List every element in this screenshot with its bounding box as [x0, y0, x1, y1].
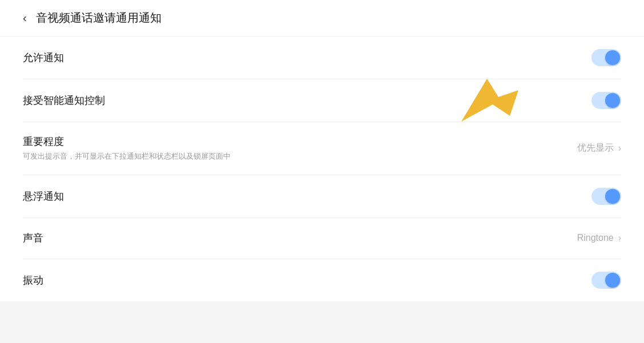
settings-content: 允许通知接受智能通知控制重要程度可发出提示音，并可显示在下拉通知栏和状态栏以及锁… [0, 37, 644, 301]
setting-label-vibration: 振动 [23, 273, 43, 287]
setting-row-importance[interactable]: 重要程度可发出提示音，并可显示在下拉通知栏和状态栏以及锁屏页面中优先显示› [23, 122, 621, 175]
chevron-icon-sound: › [618, 233, 621, 243]
setting-value-importance: 优先显示 [577, 142, 614, 154]
toggle-track-floating-notification [591, 188, 621, 205]
toggle-track-allow-notification [591, 49, 621, 66]
setting-label-importance: 重要程度 [23, 135, 231, 148]
setting-row-allow-notification[interactable]: 允许通知 [23, 37, 621, 79]
setting-label-sound: 声音 [23, 231, 43, 245]
chevron-icon-importance: › [618, 143, 621, 154]
setting-row-vibration[interactable]: 振动 [23, 259, 621, 301]
toggle-thumb-vibration [605, 273, 620, 288]
page-title: 音视频通话邀请通用通知 [36, 10, 162, 26]
setting-label-allow-notification: 允许通知 [23, 51, 64, 64]
toggle-track-vibration [591, 272, 621, 289]
toggle-thumb-smart-notification [605, 93, 620, 108]
setting-label-floating-notification: 悬浮通知 [23, 189, 64, 203]
toggle-smart-notification[interactable] [591, 92, 621, 109]
toggle-thumb-allow-notification [605, 50, 620, 65]
toggle-allow-notification[interactable] [591, 49, 621, 66]
setting-label-smart-notification: 接受智能通知控制 [23, 94, 105, 107]
toggle-thumb-floating-notification [605, 189, 620, 204]
toggle-track-smart-notification [591, 92, 621, 109]
settings-page: ‹ 音视频通话邀请通用通知 允许通知接受智能通知控制重要程度可发出提示音，并可显… [0, 0, 644, 343]
setting-sublabel-importance: 可发出提示音，并可显示在下拉通知栏和状态栏以及锁屏页面中 [23, 151, 231, 162]
toggle-vibration[interactable] [591, 272, 621, 289]
toggle-floating-notification[interactable] [591, 188, 621, 205]
setting-row-sound[interactable]: 声音Ringtone› [23, 218, 621, 259]
header: ‹ 音视频通话邀请通用通知 [0, 0, 644, 37]
setting-value-sound: Ringtone [577, 233, 614, 243]
setting-row-smart-notification[interactable]: 接受智能通知控制 [23, 79, 621, 122]
setting-row-floating-notification[interactable]: 悬浮通知 [23, 175, 621, 218]
back-button[interactable]: ‹ [23, 11, 27, 25]
